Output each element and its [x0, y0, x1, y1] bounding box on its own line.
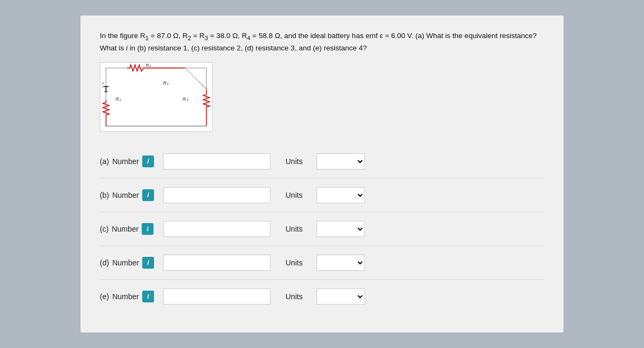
units-select-c[interactable]: ΩAVW	[317, 221, 365, 237]
units-select-d[interactable]: ΩAVW	[317, 255, 365, 271]
info-button-c[interactable]: i	[142, 223, 153, 235]
units-label-d: Units	[286, 258, 312, 267]
row-label-d: (d) Number i	[100, 257, 159, 269]
info-button-e[interactable]: i	[142, 291, 154, 302]
number-label-e: Number	[112, 292, 139, 301]
row-label-b: (b) Number i	[100, 189, 159, 201]
info-button-b[interactable]: i	[142, 189, 154, 201]
row-label-a: (a) Number i	[100, 156, 159, 167]
answer-row-e: (e) Number i Units ΩAVW	[100, 280, 544, 313]
number-label-b: Number	[112, 191, 139, 199]
units-select-b[interactable]: ΩAVW	[317, 187, 365, 203]
row-letter-a: (a)	[100, 157, 109, 166]
problem-text: In the figure R1 = 87.0 Ω, R2 = R3 = 38.…	[100, 31, 544, 54]
row-label-e: (e) Number i	[100, 291, 159, 302]
row-letter-c: (c)	[100, 225, 108, 233]
answer-row-a: (a) Number i Units ΩAVW	[100, 145, 544, 179]
units-label-a: Units	[286, 157, 312, 166]
row-letter-b: (b)	[100, 191, 109, 199]
info-button-d[interactable]: i	[142, 257, 154, 269]
circuit-diagram: + R₁ R₂ R₃ R₄	[100, 62, 213, 132]
units-select-e[interactable]: ΩAVW	[317, 288, 365, 305]
answer-row-d: (d) Number i Units ΩAVW	[100, 246, 544, 280]
row-label-c: (c) Number i	[100, 223, 159, 235]
answer-row-b: (b) Number i Units ΩAVW	[100, 179, 544, 212]
info-button-a[interactable]: i	[142, 156, 154, 167]
units-label-e: Units	[286, 292, 312, 301]
svg-text:+: +	[102, 81, 105, 86]
row-letter-e: (e)	[100, 292, 109, 301]
page-container: In the figure R1 = 87.0 Ω, R2 = R3 = 38.…	[80, 16, 564, 332]
svg-text:R₃: R₃	[163, 80, 169, 86]
number-input-a[interactable]	[163, 153, 270, 169]
number-input-c[interactable]	[163, 221, 270, 237]
units-label-b: Units	[286, 191, 312, 199]
circuit-svg: + R₁ R₂ R₃ R₄	[100, 63, 212, 131]
number-input-e[interactable]	[163, 288, 270, 305]
problem-line2: What is i in (b) resistance 1, (c) resis…	[100, 43, 544, 54]
units-label-c: Units	[286, 225, 312, 233]
svg-text:R₁: R₁	[145, 63, 151, 68]
number-input-d[interactable]	[163, 255, 270, 271]
answer-row-c: (c) Number i Units ΩAVW	[100, 212, 544, 246]
number-input-b[interactable]	[163, 187, 270, 203]
number-label-a: Number	[112, 157, 139, 166]
svg-text:R₂: R₂	[115, 97, 121, 102]
rows-container: (a) Number i Units ΩAVW (b) Number i Uni…	[100, 145, 544, 313]
problem-line1: In the figure R1 = 87.0 Ω, R2 = R3 = 38.…	[100, 31, 544, 43]
number-label-d: Number	[112, 258, 139, 267]
svg-text:R₄: R₄	[182, 97, 188, 102]
units-select-a[interactable]: ΩAVW	[317, 153, 365, 169]
number-label-c: Number	[112, 225, 138, 233]
row-letter-d: (d)	[100, 258, 109, 267]
